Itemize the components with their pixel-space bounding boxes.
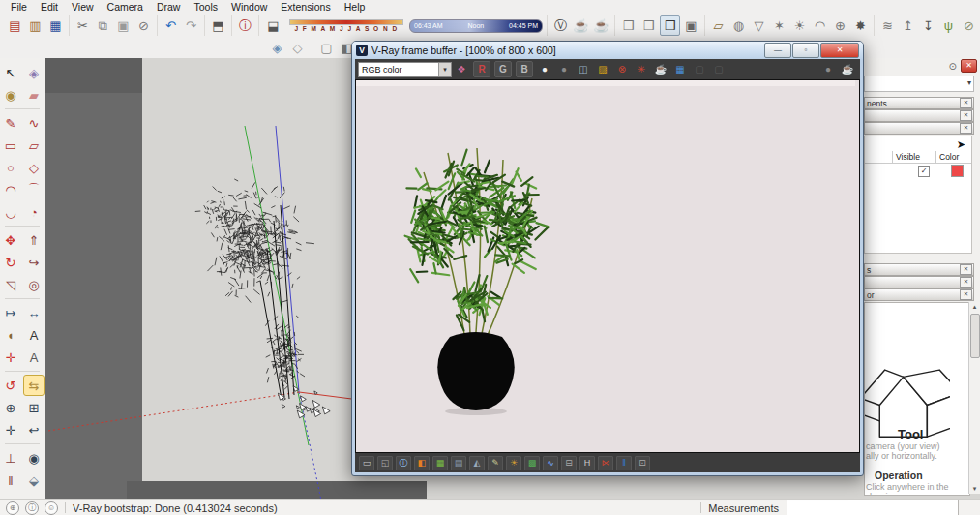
- section-plane-tool[interactable]: ⬙: [23, 470, 45, 491]
- channel-select[interactable]: RGB color ▾: [358, 62, 452, 77]
- layer-row[interactable]: ✓: [865, 164, 971, 178]
- panel-header-2[interactable]: ✕: [864, 109, 974, 122]
- geolocation-icon[interactable]: ⊕: [6, 501, 19, 515]
- new-button[interactable]: ▤: [6, 16, 24, 35]
- panel-close-icon[interactable]: ✕: [960, 264, 972, 275]
- look-around-tool[interactable]: ◉: [23, 447, 45, 469]
- pan-tool[interactable]: ⇆: [23, 375, 45, 396]
- offset-tool[interactable]: ◎: [23, 274, 45, 295]
- panel-header-4[interactable]: s ✕: [864, 263, 974, 276]
- panel-details-arrow-icon[interactable]: ➤: [957, 138, 965, 151]
- load-image-button[interactable]: ▨: [595, 62, 610, 76]
- stamp-button[interactable]: ▢: [692, 62, 707, 76]
- copy-button[interactable]: ⧉: [94, 16, 112, 35]
- rectangle-light-button[interactable]: ▱: [709, 16, 728, 35]
- clear-image-button[interactable]: ⊗: [614, 62, 630, 76]
- hue-saturation-icon[interactable]: ☀: [506, 456, 521, 470]
- sphere-light-button[interactable]: ◍: [729, 16, 748, 35]
- shaded-with-textures-style-button[interactable]: ◈: [268, 39, 286, 57]
- credits-icon[interactable]: ⓘ: [25, 501, 39, 515]
- sign-in-icon[interactable]: ☺: [45, 501, 58, 515]
- menu-draw[interactable]: Draw: [150, 0, 188, 15]
- vfb-title-bar[interactable]: V V-Ray frame buffer - [100% of 800 x 60…: [352, 42, 863, 59]
- ies-light-button[interactable]: ✶: [770, 16, 788, 35]
- vray-asset-editor-button[interactable]: Ⓥ: [551, 16, 570, 35]
- paste-button[interactable]: ▣: [114, 16, 133, 35]
- lut-icon[interactable]: ⊟: [561, 456, 577, 470]
- exposure-icon[interactable]: ◭: [469, 456, 485, 470]
- undo-button[interactable]: ↶: [162, 16, 180, 35]
- push-pull-tool[interactable]: ⇑: [23, 229, 45, 251]
- three-point-arc-tool[interactable]: ◡: [0, 201, 21, 223]
- 3d-text-tool[interactable]: A: [23, 347, 45, 368]
- pixel-info-icon[interactable]: ⓘ: [396, 456, 411, 470]
- tray-scroll-box[interactable]: ▾: [864, 76, 974, 92]
- alpha-channel-button[interactable]: ●: [537, 62, 552, 76]
- protractor-tool[interactable]: ◖: [0, 324, 21, 346]
- menu-extensions[interactable]: Extensions: [274, 0, 337, 15]
- cut-button[interactable]: ✂: [74, 16, 92, 35]
- vfb-settings-icon[interactable]: ▭: [359, 456, 374, 470]
- omni-light-button[interactable]: ☀: [790, 16, 809, 35]
- clipper-button[interactable]: ⊘: [960, 16, 978, 35]
- scrollbar-thumb[interactable]: [970, 314, 980, 358]
- panel-close-icon[interactable]: ✕: [960, 110, 972, 121]
- vray-vision-button[interactable]: ❒: [660, 15, 680, 36]
- tray-close-button[interactable]: ✕: [961, 59, 977, 73]
- image-layers-icon[interactable]: ▤: [451, 456, 466, 470]
- chevron-down-icon[interactable]: ▾: [967, 78, 971, 87]
- infinite-plane-button[interactable]: ≋: [878, 16, 897, 35]
- render-last-button[interactable]: ☕: [653, 62, 668, 76]
- xray-style-button[interactable]: ▢: [317, 39, 336, 57]
- dimension-tool[interactable]: ↔: [23, 302, 45, 323]
- pixel-aspect-icon[interactable]: ◱: [377, 456, 393, 470]
- rectangle-tool[interactable]: ▭: [0, 135, 21, 156]
- axes-tool[interactable]: ✛: [0, 347, 21, 368]
- menu-camera[interactable]: Camera: [101, 0, 150, 15]
- compare-horizontal-icon[interactable]: ⋈: [598, 456, 613, 470]
- panel-header-5[interactable]: ✕: [864, 276, 974, 288]
- menu-view[interactable]: View: [65, 0, 101, 15]
- rgb-channels-icon[interactable]: ❖: [454, 62, 469, 76]
- panel-header-3[interactable]: ✕: [864, 122, 974, 135]
- vray-render-button[interactable]: ☕: [572, 16, 590, 35]
- menu-help[interactable]: Help: [338, 0, 372, 15]
- maximize-button[interactable]: ▫: [792, 43, 819, 58]
- paint-bucket-tool[interactable]: ◉: [0, 84, 21, 106]
- monochrome-button[interactable]: ●: [556, 62, 572, 76]
- auto-hide-pin-icon[interactable]: ⊙: [949, 61, 957, 72]
- panel-close-icon[interactable]: ✕: [960, 277, 972, 288]
- shaded-style-button[interactable]: ◇: [288, 39, 307, 57]
- measurements-input[interactable]: [787, 500, 959, 515]
- pie-tool[interactable]: ◔: [23, 201, 45, 223]
- vray-frame-buffer-window[interactable]: V V-Ray frame buffer - [100% of 800 x 60…: [351, 41, 864, 476]
- chevron-down-icon[interactable]: ▾: [438, 63, 451, 76]
- panel-header-components[interactable]: nents ✕: [864, 97, 974, 109]
- erase-button[interactable]: ⊘: [134, 16, 153, 35]
- walk-tool[interactable]: ‖: [0, 470, 21, 491]
- panel-header-instructor[interactable]: or ✕: [864, 288, 974, 301]
- history-icon[interactable]: H: [579, 456, 595, 470]
- polygon-tool[interactable]: ◇: [23, 157, 45, 178]
- save-button[interactable]: ▦: [46, 16, 65, 35]
- bg-color-toggle-icon[interactable]: ◧: [414, 456, 430, 470]
- layer-visible-checkbox[interactable]: ✓: [918, 166, 930, 177]
- orbit-tool[interactable]: ↺: [0, 375, 21, 396]
- scale-tool[interactable]: ◹: [0, 274, 21, 295]
- menu-tools[interactable]: Tools: [187, 0, 224, 15]
- stop-render-button[interactable]: ●: [820, 62, 836, 76]
- zoom-window-tool[interactable]: ⊞: [23, 397, 45, 418]
- vray-batch-render-button[interactable]: ❒: [639, 16, 658, 35]
- text-tool[interactable]: A: [23, 324, 45, 346]
- zoom-extents-tool[interactable]: ✛: [0, 419, 21, 440]
- open-button[interactable]: ▥: [26, 16, 45, 35]
- region-render-icon[interactable]: ⊡: [635, 456, 650, 470]
- print-button[interactable]: ⬒: [209, 16, 227, 35]
- zoom-previous-tool[interactable]: ↩: [23, 419, 45, 440]
- rotated-rectangle-tool[interactable]: ▱: [23, 135, 45, 156]
- close-button[interactable]: ✕: [820, 43, 859, 58]
- spot-light-button[interactable]: ▽: [750, 16, 768, 35]
- color-balance-icon[interactable]: ▩: [524, 456, 540, 470]
- zoom-tool[interactable]: ⊕: [0, 397, 21, 418]
- save-image-button[interactable]: ◫: [576, 62, 591, 76]
